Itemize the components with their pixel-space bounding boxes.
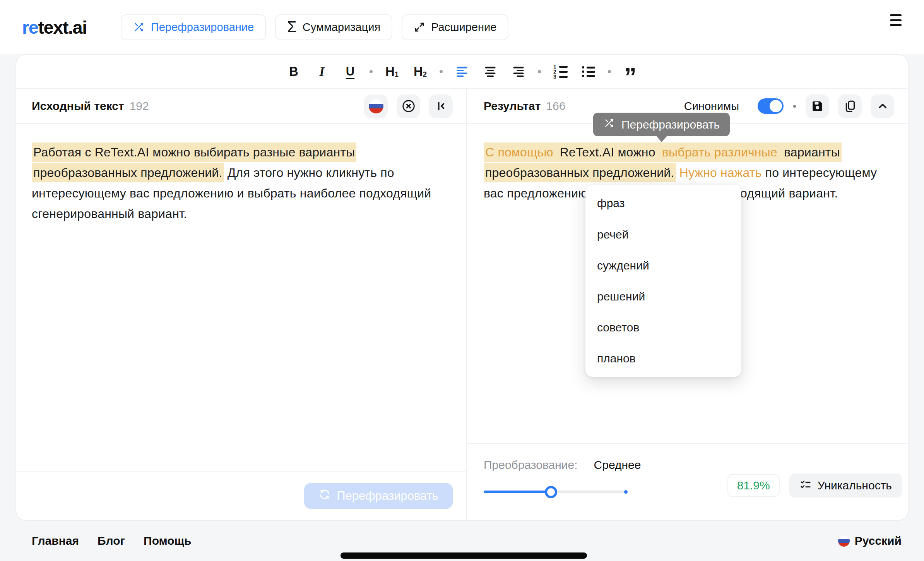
checklist-icon xyxy=(799,478,812,493)
result-segment[interactable]: ReText.AI можно xyxy=(558,142,660,162)
result-char-count: 166 xyxy=(546,100,565,113)
shuffle-icon xyxy=(133,21,145,33)
ol-number: 2 xyxy=(553,70,557,73)
source-language-button[interactable] xyxy=(364,94,388,118)
collapse-source-button[interactable] xyxy=(429,94,453,118)
dropdown-item[interactable]: советов xyxy=(585,312,741,343)
footer-link-home[interactable]: Главная xyxy=(32,534,79,547)
tooltip-label: Перефразировать xyxy=(621,118,720,131)
transform-row: Преобразование: Среднее xyxy=(484,458,908,472)
slider-track[interactable] xyxy=(484,491,627,493)
app-header: retext.ai Перефразирование Σ Суммаризаци… xyxy=(0,0,924,54)
expand-arrows-icon xyxy=(414,21,425,33)
x-circle-icon xyxy=(401,99,416,113)
bullet-list-button[interactable] xyxy=(580,62,597,81)
logo-rest: text.ai xyxy=(38,17,86,38)
source-editor[interactable]: Работая с ReText.AI можно выбирать разны… xyxy=(16,124,466,471)
sigma-icon: Σ xyxy=(287,19,297,34)
page: retext.ai Перефразирование Σ Суммаризаци… xyxy=(0,0,924,561)
result-segment[interactable]: по интересующему xyxy=(762,166,877,180)
ordered-list-button[interactable]: 1 2 3 xyxy=(551,62,569,81)
collapse-left-icon xyxy=(435,100,447,112)
result-segment-orange[interactable]: Нужно нажать xyxy=(679,166,762,180)
refresh-icon xyxy=(318,488,331,504)
uniqueness-button[interactable]: Уникальность xyxy=(789,474,902,498)
align-center-button[interactable] xyxy=(481,62,499,81)
source-actions-bar: Перефразировать xyxy=(16,471,466,520)
underline-icon: U xyxy=(346,65,354,79)
transform-slider[interactable] xyxy=(484,491,627,493)
synonyms-toggle[interactable] xyxy=(758,98,784,114)
russia-flag-icon xyxy=(838,535,850,547)
slider-knob[interactable] xyxy=(545,486,557,498)
save-result-button[interactable] xyxy=(806,94,829,118)
header-separator-dot xyxy=(793,105,796,108)
result-segment[interactable]: преобразованных предложений. xyxy=(484,163,676,182)
source-sentence-2[interactable]: Для этого нужно кликнуть по xyxy=(224,166,394,180)
uniqueness-group: 81.9% Уникальность xyxy=(727,474,902,498)
source-panel-header: Исходный текст 192 xyxy=(16,89,466,124)
toggle-knob xyxy=(770,100,782,112)
collapse-result-button[interactable] xyxy=(871,94,894,118)
tab-summarize-label: Суммаризация xyxy=(303,21,380,34)
hamburger-menu-icon[interactable] xyxy=(890,14,902,26)
source-panel-title: Исходный текст xyxy=(32,100,124,113)
dropdown-item[interactable]: фраз xyxy=(585,188,741,219)
align-right-icon xyxy=(512,65,525,79)
russia-flag-icon xyxy=(369,99,383,113)
source-panel: Исходный текст 192 Работая с ReT xyxy=(16,89,467,520)
bullet-list-icon xyxy=(582,66,595,77)
tab-expand[interactable]: Расширение xyxy=(402,14,508,40)
language-label: Русский xyxy=(855,534,902,547)
result-segment[interactable]: варианты xyxy=(782,142,842,162)
italic-icon: I xyxy=(320,65,325,79)
heading1-icon: H xyxy=(385,64,395,79)
result-segment-orange[interactable]: С помощью xyxy=(484,142,558,162)
source-sentence-1[interactable]: Работая с ReText.AI можно выбирать разны… xyxy=(32,142,356,162)
result-segment-orange[interactable]: выбрать различные xyxy=(660,142,782,162)
italic-button[interactable]: I xyxy=(313,62,331,81)
align-left-button[interactable] xyxy=(453,62,471,81)
dropdown-item[interactable]: решений xyxy=(585,281,741,312)
ol-number: 1 xyxy=(553,65,557,68)
dropdown-item[interactable]: планов xyxy=(585,343,741,374)
uniqueness-button-label: Уникальность xyxy=(818,479,892,492)
home-indicator[interactable] xyxy=(341,552,587,559)
dropdown-item[interactable]: речей xyxy=(585,219,741,250)
paraphrase-tooltip[interactable]: Перефразировать xyxy=(593,113,730,136)
tab-summarize[interactable]: Σ Суммаризация xyxy=(275,14,392,40)
language-selector[interactable]: Русский xyxy=(838,534,902,547)
transform-label: Преобразование: xyxy=(484,458,578,472)
blockquote-button[interactable]: ” xyxy=(621,62,639,81)
toolbar-separator-dot xyxy=(608,70,611,73)
toolbar-separator-dot xyxy=(370,70,373,73)
transform-value: Среднее xyxy=(594,458,641,472)
slider-fill xyxy=(484,491,551,493)
source-header-actions xyxy=(364,94,453,118)
bold-button[interactable]: B xyxy=(285,62,303,81)
ordered-list-icon: 1 2 3 xyxy=(553,65,568,78)
dropdown-item[interactable]: суждений xyxy=(585,250,741,281)
copy-result-button[interactable] xyxy=(838,94,862,118)
paraphrase-button[interactable]: Перефразировать xyxy=(304,483,453,509)
paraphrase-button-label: Перефразировать xyxy=(337,489,438,503)
heading2-icon: H xyxy=(414,64,423,79)
footer-link-blog[interactable]: Блог xyxy=(98,534,125,547)
tab-paraphrase[interactable]: Перефразирование xyxy=(121,14,266,40)
app-logo[interactable]: retext.ai xyxy=(22,17,87,38)
source-text: Работая с ReText.AI можно выбирать разны… xyxy=(32,142,455,224)
align-left-icon xyxy=(455,65,469,79)
heading2-button[interactable]: H2 xyxy=(411,62,429,81)
heading1-button[interactable]: H1 xyxy=(383,62,401,81)
heading2-sub: 2 xyxy=(423,70,427,79)
source-sentence-2-end[interactable]: сгенерированный вариант. xyxy=(32,207,187,221)
align-right-button[interactable] xyxy=(510,62,527,81)
footer-link-help[interactable]: Помощь xyxy=(144,534,191,547)
source-sentence-2-cont[interactable]: интересующему вас предложению и выбрать … xyxy=(32,186,431,200)
logo-re: re xyxy=(22,17,38,38)
underline-button[interactable]: U xyxy=(341,62,359,81)
source-sentence-1-cont[interactable]: преобразованных предложений. xyxy=(32,163,224,182)
clear-source-button[interactable] xyxy=(397,94,420,118)
tab-expand-label: Расширение xyxy=(431,21,496,34)
toolbar-separator-dot xyxy=(538,70,541,73)
